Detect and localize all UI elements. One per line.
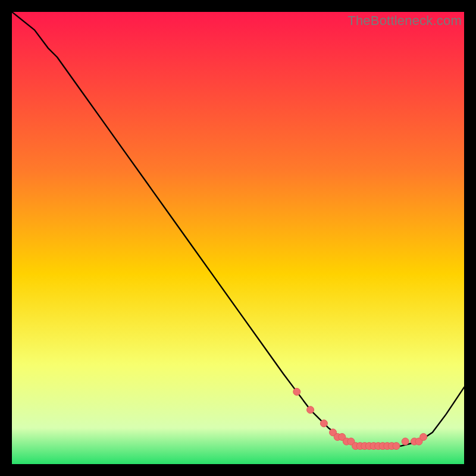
marker-point [420, 433, 427, 440]
marker-point [320, 420, 327, 427]
marker-point [293, 388, 300, 395]
marker-point [307, 406, 314, 414]
heat-gradient [12, 12, 464, 464]
bottleneck-plot [12, 12, 464, 464]
watermark: TheBottleneck.com [347, 13, 462, 29]
chart-frame: TheBottleneck.com [12, 12, 464, 464]
marker-point [393, 443, 400, 450]
marker-point [402, 438, 409, 445]
